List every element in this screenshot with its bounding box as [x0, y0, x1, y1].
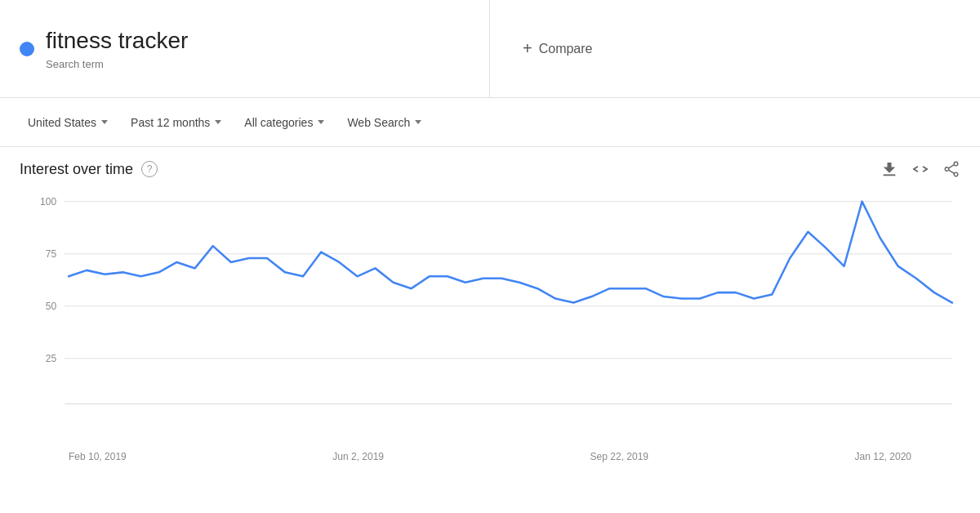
- chart-actions: [880, 160, 960, 178]
- search-type-chevron-icon: [415, 120, 421, 124]
- categories-chevron-icon: [318, 120, 324, 124]
- svg-line-4: [949, 165, 955, 168]
- search-term-dot: [20, 42, 34, 56]
- header: fitness tracker Search term + Compare: [0, 0, 980, 98]
- location-label: United States: [28, 116, 96, 129]
- categories-label: All categories: [244, 116, 313, 129]
- compare-button[interactable]: + Compare: [523, 39, 593, 58]
- download-icon: [880, 160, 898, 178]
- svg-point-2: [945, 167, 949, 172]
- svg-line-5: [949, 170, 955, 173]
- time-range-chevron-icon: [215, 120, 221, 124]
- search-term-text: fitness tracker Search term: [46, 27, 188, 70]
- search-type-label: Web Search: [347, 116, 410, 129]
- embed-button[interactable]: [911, 160, 929, 178]
- interest-chart: 100 75 50 25: [20, 185, 960, 446]
- filters-bar: United States Past 12 months All categor…: [0, 98, 980, 147]
- chart-section: Interest over time ?: [0, 147, 980, 462]
- svg-text:50: 50: [46, 301, 57, 312]
- plus-icon: +: [523, 39, 532, 58]
- chart-container: 100 75 50 25: [20, 185, 960, 446]
- time-range-label: Past 12 months: [131, 116, 210, 129]
- chart-title-group: Interest over time ?: [20, 161, 158, 178]
- search-type-filter[interactable]: Web Search: [339, 111, 430, 134]
- x-axis-labels: Feb 10, 2019 Jun 2, 2019 Sep 22, 2019 Ja…: [20, 446, 960, 462]
- share-button[interactable]: [942, 160, 960, 178]
- help-icon[interactable]: ?: [141, 161, 158, 177]
- x-label-2: Jun 2, 2019: [332, 451, 384, 462]
- svg-text:100: 100: [40, 196, 56, 207]
- download-button[interactable]: [880, 160, 898, 178]
- share-icon: [942, 160, 960, 178]
- compare-label: Compare: [539, 42, 593, 56]
- x-label-1: Feb 10, 2019: [69, 451, 127, 462]
- x-label-3: Sep 22, 2019: [590, 451, 648, 462]
- svg-point-1: [954, 162, 958, 166]
- svg-text:25: 25: [46, 353, 57, 364]
- chart-header: Interest over time ?: [20, 160, 960, 178]
- search-term-section: fitness tracker Search term: [0, 0, 490, 97]
- svg-point-3: [954, 172, 958, 176]
- embed-icon: [911, 160, 929, 178]
- x-label-4: Jan 12, 2020: [855, 451, 911, 462]
- time-range-filter[interactable]: Past 12 months: [122, 111, 229, 134]
- categories-filter[interactable]: All categories: [236, 111, 332, 134]
- compare-section: + Compare: [490, 0, 980, 97]
- search-term-subtitle: Search term: [46, 58, 188, 70]
- location-chevron-icon: [101, 120, 108, 124]
- svg-text:75: 75: [46, 248, 57, 260]
- chart-title: Interest over time: [20, 161, 133, 178]
- search-term-title: fitness tracker: [46, 27, 188, 55]
- location-filter[interactable]: United States: [20, 111, 116, 134]
